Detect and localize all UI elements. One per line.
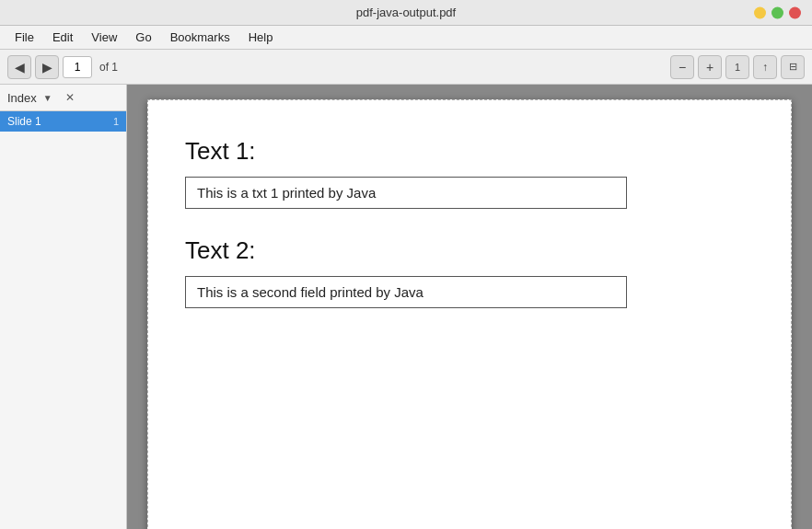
sidebar-close-icon[interactable]: ✕ xyxy=(63,90,77,105)
sidebar-label: Index xyxy=(7,91,37,105)
close-button[interactable] xyxy=(789,6,801,18)
window-controls xyxy=(754,6,801,18)
minimize-button[interactable] xyxy=(754,6,766,18)
pdf-section-2: Text 2: This is a second field printed b… xyxy=(185,236,754,308)
sidebar-header: Index ▼ ✕ xyxy=(0,85,126,111)
menu-help[interactable]: Help xyxy=(241,29,281,46)
sidebar: Index ▼ ✕ Slide 1 1 xyxy=(0,85,127,529)
zoom-controls: − + 1 ↑ ⊟ xyxy=(670,55,805,79)
page-of-label: of 1 xyxy=(99,61,118,74)
menu-bar: File Edit View Go Bookmarks Help xyxy=(0,26,812,50)
slide-item[interactable]: Slide 1 1 xyxy=(0,111,126,132)
menu-bookmarks[interactable]: Bookmarks xyxy=(163,29,238,46)
title-bar: pdf-java-output.pdf xyxy=(0,0,812,26)
pdf-page: Text 1: This is a txt 1 printed by Java … xyxy=(147,99,792,529)
menu-edit[interactable]: Edit xyxy=(45,29,80,46)
main-area: Index ▼ ✕ Slide 1 1 Text 1: This is a tx… xyxy=(0,85,812,529)
slide-item-number: 1 xyxy=(113,116,119,127)
toolbar: ◀ ▶ of 1 − + 1 ↑ ⊟ xyxy=(0,50,812,85)
prev-page-button[interactable]: ◀ xyxy=(7,55,31,79)
zoom-in-button[interactable]: + xyxy=(698,55,722,79)
menu-file[interactable]: File xyxy=(7,29,41,46)
window-title: pdf-java-output.pdf xyxy=(356,6,456,19)
pdf-field-1: This is a txt 1 printed by Java xyxy=(185,177,627,209)
next-page-button[interactable]: ▶ xyxy=(35,55,59,79)
zoom-out-button[interactable]: − xyxy=(670,55,694,79)
pdf-section-1: Text 1: This is a txt 1 printed by Java xyxy=(185,137,754,209)
menu-view[interactable]: View xyxy=(84,29,124,46)
slide-item-label: Slide 1 xyxy=(7,115,113,128)
page-view-button[interactable]: ⊟ xyxy=(781,55,805,79)
sidebar-dropdown-icon[interactable]: ▼ xyxy=(41,90,55,105)
fit-page-button[interactable]: 1 xyxy=(725,55,749,79)
rotate-left-button[interactable]: ↑ xyxy=(753,55,777,79)
menu-go[interactable]: Go xyxy=(128,29,158,46)
pdf-area: Text 1: This is a txt 1 printed by Java … xyxy=(127,85,812,529)
pdf-label-1: Text 1: xyxy=(185,137,754,166)
page-number-input[interactable] xyxy=(63,56,92,78)
pdf-field-2: This is a second field printed by Java xyxy=(185,276,627,308)
pdf-label-2: Text 2: xyxy=(185,236,754,265)
maximize-button[interactable] xyxy=(771,6,783,18)
